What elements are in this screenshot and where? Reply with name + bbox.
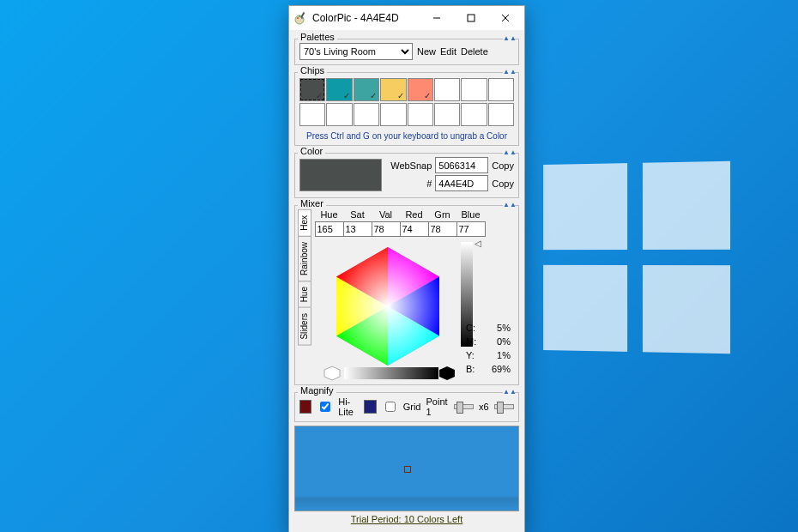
cmyb-val: 69% <box>487 362 511 376</box>
chip[interactable] <box>408 103 433 126</box>
chips-label: Chips <box>298 65 327 76</box>
chips-hint: Press Ctrl and G on your keyboard to ung… <box>299 131 514 141</box>
chips-section: Chips ▲▲ ✓✓✓✓✓ Press Ctrl and G on your … <box>294 72 519 146</box>
grid-color[interactable] <box>364 400 376 414</box>
chip[interactable] <box>434 103 460 126</box>
collapse-icon[interactable]: ▲▲ <box>503 66 515 76</box>
window-title: ColorPic - 4A4E4D <box>312 12 420 24</box>
check-icon: ✓ <box>397 91 404 100</box>
chip[interactable] <box>461 103 487 126</box>
mixer-col-label: Red <box>405 209 422 221</box>
mixer-val-field[interactable] <box>372 221 401 237</box>
mixer-section: Mixer ▲▲ HexRainbowHueSliders HueSatValR… <box>294 205 519 385</box>
palettes-section: Palettes ▲▲ 70's Living Room New Edit De… <box>294 39 519 65</box>
mixer-col-label: Hue <box>320 209 337 221</box>
mixer-tab-hex[interactable]: Hex <box>298 209 311 237</box>
magnify-view[interactable] <box>294 426 519 511</box>
mixer-col-label: Blue <box>461 209 480 221</box>
chip[interactable] <box>434 78 460 101</box>
mixer-tab-hue[interactable]: Hue <box>298 281 311 308</box>
zoom-slider[interactable] <box>494 404 514 409</box>
palette-select[interactable]: 70's Living Room <box>299 43 413 60</box>
websnap-field[interactable] <box>435 157 488 173</box>
check-icon: ✓ <box>316 91 323 100</box>
collapse-icon[interactable]: ▲▲ <box>503 199 515 209</box>
color-hexagon[interactable] <box>323 242 452 371</box>
chip[interactable]: ✓ <box>354 78 379 101</box>
color-section: Color ▲▲ WebSnap Copy # Copy <box>294 153 519 198</box>
magnify-label: Magnify <box>298 385 336 396</box>
cmyb-key: Y: <box>466 348 478 362</box>
hilite-label: Hi-Lite <box>338 396 359 417</box>
mixer-grn-field[interactable] <box>428 221 457 237</box>
grid-checkbox[interactable] <box>385 402 396 412</box>
svg-marker-16 <box>336 247 439 366</box>
point-slider[interactable] <box>454 404 474 409</box>
minimize-button[interactable] <box>420 6 454 30</box>
close-button[interactable] <box>488 6 523 30</box>
grid-label: Grid <box>403 402 421 412</box>
copy-websnap[interactable]: Copy <box>492 160 514 171</box>
svg-rect-6 <box>468 15 475 21</box>
svg-point-2 <box>299 15 300 17</box>
mixer-tab-sliders[interactable]: Sliders <box>298 307 311 346</box>
svg-point-1 <box>297 17 299 19</box>
app-icon <box>294 11 308 25</box>
status-bar: Trial Period: 10 Colors Left <box>294 514 519 524</box>
magnify-cursor <box>404 466 411 473</box>
cmyb-key: B: <box>466 362 478 376</box>
hilite-color[interactable] <box>299 400 311 414</box>
chip[interactable] <box>461 78 487 101</box>
mixer-tab-rainbow[interactable]: Rainbow <box>298 236 311 281</box>
app-window: ColorPic - 4A4E4D Palettes ▲▲ 70's Livin… <box>288 5 525 532</box>
mixer-col-label: Grn <box>434 209 450 221</box>
palette-delete[interactable]: Delete <box>461 46 488 57</box>
cmyb-key: M: <box>466 335 478 348</box>
chip[interactable] <box>488 103 514 126</box>
palette-new[interactable]: New <box>417 46 436 57</box>
chip[interactable]: ✓ <box>299 78 325 101</box>
check-icon: ✓ <box>343 91 350 100</box>
palette-edit[interactable]: Edit <box>440 46 456 57</box>
chip[interactable]: ✓ <box>380 78 406 101</box>
collapse-icon[interactable]: ▲▲ <box>503 386 515 396</box>
mixer-sat-field[interactable] <box>343 221 372 237</box>
svg-marker-18 <box>439 366 455 380</box>
titlebar[interactable]: ColorPic - 4A4E4D <box>289 6 524 30</box>
chip[interactable] <box>326 103 352 126</box>
mixer-hue-field[interactable] <box>315 221 344 237</box>
chip[interactable] <box>380 103 406 126</box>
collapse-icon[interactable]: ▲▲ <box>503 33 515 43</box>
check-icon: ✓ <box>370 91 377 100</box>
copy-hex[interactable]: Copy <box>492 178 514 189</box>
magnify-section: Magnify ▲▲ Hi-Lite Grid Point 1 x6 <box>294 392 519 422</box>
color-swatch <box>299 159 382 191</box>
chip[interactable]: ✓ <box>408 78 433 101</box>
hash-label: # <box>426 178 432 189</box>
value-pointer-icon[interactable]: ◁ <box>475 239 481 248</box>
chip[interactable]: ✓ <box>326 78 352 101</box>
mixer-blue-field[interactable] <box>456 221 486 237</box>
collapse-icon[interactable]: ▲▲ <box>503 147 515 157</box>
websnap-label: WebSnap <box>390 160 432 171</box>
mixer-col-label: Sat <box>350 209 365 221</box>
cmyb-val: 1% <box>487 348 511 362</box>
mixer-col-label: Val <box>379 209 392 221</box>
mixer-red-field[interactable] <box>400 221 429 237</box>
cmyb-key: C: <box>466 321 478 335</box>
windows-logo <box>543 161 730 354</box>
hex-field[interactable] <box>435 175 488 191</box>
mixer-label: Mixer <box>298 198 326 209</box>
grayscale-row[interactable] <box>323 366 456 381</box>
svg-marker-17 <box>324 366 340 380</box>
hilite-checkbox[interactable] <box>320 402 330 412</box>
chip[interactable] <box>488 78 514 101</box>
cmyb-val: 5% <box>487 321 511 335</box>
chip[interactable] <box>354 103 379 126</box>
chip[interactable] <box>299 103 325 126</box>
color-label: Color <box>298 146 325 156</box>
maximize-button[interactable] <box>454 6 488 30</box>
cmyb-readout: C:5%M:0%Y:1%B:69% <box>466 321 511 376</box>
check-icon: ✓ <box>424 91 431 100</box>
cmyb-val: 0% <box>487 335 511 348</box>
